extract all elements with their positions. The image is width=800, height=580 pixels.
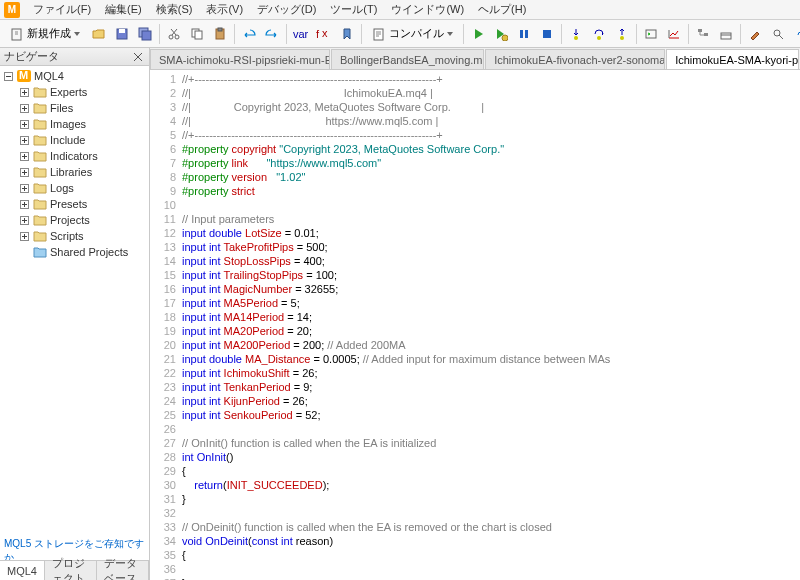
styler-button[interactable]	[744, 23, 766, 45]
scissors-icon	[167, 27, 181, 41]
redo-icon	[265, 27, 279, 41]
new-label: 新規作成	[27, 26, 71, 41]
start-real-button[interactable]	[490, 23, 512, 45]
folder-icon	[32, 181, 48, 195]
step-out-button[interactable]	[611, 23, 633, 45]
svg-rect-11	[195, 31, 202, 39]
nav-tab-database[interactable]: データベース	[97, 561, 149, 580]
find-button[interactable]	[767, 23, 789, 45]
paste-button[interactable]	[209, 23, 231, 45]
tree-folder-logs[interactable]: Logs	[0, 180, 149, 196]
tree-root-mql4[interactable]: M MQL4	[0, 68, 149, 84]
code-editor[interactable]: 1//+------------------------------------…	[150, 70, 800, 580]
expand-icon[interactable]	[18, 102, 30, 114]
terminal-button[interactable]	[640, 23, 662, 45]
menu-debug[interactable]: デバッグ(D)	[250, 0, 323, 19]
menu-window[interactable]: ウインドウ(W)	[384, 0, 471, 19]
tree-folder-presets[interactable]: Presets	[0, 196, 149, 212]
compile-label: コンパイル	[389, 26, 444, 41]
nav-tab-project[interactable]: プロジェクト	[45, 561, 97, 580]
navigator-close-button[interactable]	[131, 50, 145, 64]
step-into-button[interactable]	[565, 23, 587, 45]
tree-folder-shared-projects[interactable]: Shared Projects	[0, 244, 149, 260]
tree-item-label: Logs	[50, 182, 74, 194]
open-button[interactable]	[88, 23, 110, 45]
expand-icon[interactable]	[18, 150, 30, 162]
menu-search[interactable]: 検索(S)	[149, 0, 200, 19]
tree-root-label: MQL4	[34, 70, 64, 82]
dropdown-icon	[74, 32, 80, 36]
menu-file[interactable]: ファイル(F)	[26, 0, 98, 19]
compile-button[interactable]: コンパイル	[365, 23, 460, 45]
play-coin-icon	[494, 27, 508, 41]
navigator-panel: ナビゲータ M MQL4 ExpertsFilesImagesIncludeIn…	[0, 48, 150, 580]
expand-icon[interactable]	[18, 134, 30, 146]
tree-folder-files[interactable]: Files	[0, 100, 149, 116]
tree-folder-include[interactable]: Include	[0, 132, 149, 148]
expand-icon[interactable]	[18, 182, 30, 194]
toolbox-button[interactable]	[715, 23, 737, 45]
tree-item-label: Experts	[50, 86, 87, 98]
tree-folder-libraries[interactable]: Libraries	[0, 164, 149, 180]
tree-item-label: Shared Projects	[50, 246, 128, 258]
file-tab-active[interactable]: IchimokuEA-SMA-kyori-pip	[666, 49, 799, 69]
collapse-icon[interactable]	[2, 70, 14, 82]
svg-rect-31	[721, 33, 731, 39]
tree-folder-images[interactable]: Images	[0, 116, 149, 132]
undo-button[interactable]	[238, 23, 260, 45]
expand-icon[interactable]	[18, 166, 30, 178]
func-button[interactable]: fx	[313, 23, 335, 45]
tree-folder-projects[interactable]: Projects	[0, 212, 149, 228]
start-button[interactable]	[467, 23, 489, 45]
svg-point-27	[620, 36, 624, 40]
expand-icon[interactable]	[18, 246, 30, 258]
var-button[interactable]: var	[290, 23, 312, 45]
menu-help[interactable]: ヘルプ(H)	[471, 0, 533, 19]
folder-icon	[32, 149, 48, 163]
copy-button[interactable]	[186, 23, 208, 45]
file-tab[interactable]: IchimokuEA-fivonach-ver2-sonomama-EA.mq4	[485, 49, 665, 69]
link-button[interactable]	[790, 23, 800, 45]
folder-icon	[32, 117, 48, 131]
folder-open-icon	[92, 27, 106, 41]
stop-button[interactable]	[536, 23, 558, 45]
tree-item-label: Indicators	[50, 150, 98, 162]
file-tab[interactable]: SMA-ichimoku-RSI-pipsrieki-mun-EA.mq4	[150, 49, 330, 69]
folder-icon	[32, 229, 48, 243]
redo-button[interactable]	[261, 23, 283, 45]
menu-edit[interactable]: 編集(E)	[98, 0, 149, 19]
tree-item-label: Files	[50, 102, 73, 114]
tree-item-label: Libraries	[50, 166, 92, 178]
step-over-button[interactable]	[588, 23, 610, 45]
svg-rect-24	[543, 30, 551, 38]
menu-tools[interactable]: ツール(T)	[323, 0, 384, 19]
chart-button[interactable]	[663, 23, 685, 45]
pause-button[interactable]	[513, 23, 535, 45]
svg-rect-30	[704, 33, 708, 36]
tree-item-label: Projects	[50, 214, 90, 226]
tree-folder-indicators[interactable]: Indicators	[0, 148, 149, 164]
expand-icon[interactable]	[18, 230, 30, 242]
nav-tab-mql4[interactable]: MQL4	[0, 561, 45, 580]
tree-item-label: Include	[50, 134, 85, 146]
svg-point-21	[502, 35, 508, 41]
menu-view[interactable]: 表示(V)	[199, 0, 250, 19]
search-icon	[771, 27, 785, 41]
save-icon	[115, 27, 129, 41]
expand-icon[interactable]	[18, 214, 30, 226]
tree-folder-experts[interactable]: Experts	[0, 84, 149, 100]
svg-marker-19	[475, 29, 483, 39]
cut-button[interactable]	[163, 23, 185, 45]
new-button[interactable]: 新規作成	[3, 23, 87, 45]
tree-folder-scripts[interactable]: Scripts	[0, 228, 149, 244]
expand-icon[interactable]	[18, 86, 30, 98]
bookmark-button[interactable]	[336, 23, 358, 45]
svg-rect-13	[218, 28, 222, 31]
save-all-button[interactable]	[134, 23, 156, 45]
navigator-button[interactable]	[692, 23, 714, 45]
expand-icon[interactable]	[18, 118, 30, 130]
expand-icon[interactable]	[18, 198, 30, 210]
save-button[interactable]	[111, 23, 133, 45]
file-tab[interactable]: BollingerBandsEA_moving.mq4	[331, 49, 484, 69]
svg-point-26	[597, 36, 601, 40]
